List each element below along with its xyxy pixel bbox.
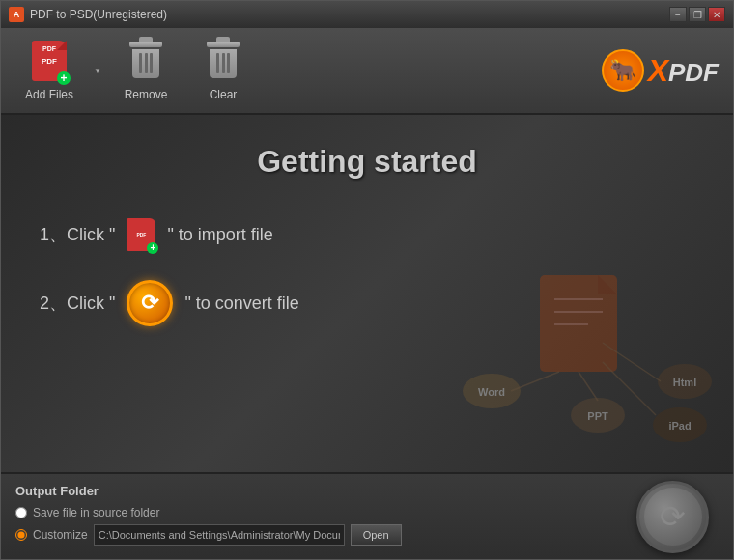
trash-line-1 [139,53,142,73]
step-2-row: 2、Click " ⟳ " to convert file [40,280,299,326]
big-convert-button[interactable]: ⟳ [636,481,709,553]
clear-button[interactable]: Clear [184,35,262,107]
customize-label: Customize [33,528,88,542]
clear-label: Clear [210,88,238,101]
clear-icon-container [204,40,242,82]
pdf-corner [57,41,67,50]
toolbar: PDF Add Files [1,28,733,115]
customize-radio[interactable] [15,529,27,541]
clear-trash-line-1 [216,53,219,73]
step-2-suffix: " to convert file [184,294,298,314]
bull-icon: 🐂 [602,49,644,92]
clear-trash-lines [210,49,237,78]
minimize-button[interactable]: − [669,7,687,22]
window-controls: − ❐ ✕ [669,7,725,22]
save-source-row: Save file in source folder [15,506,636,519]
logo-text: X PDF [648,53,719,89]
add-files-dropdown[interactable] [88,35,107,107]
window-title: PDF to PSD(Unregistered) [30,8,167,21]
step-1-number: 1、Click " [40,223,115,246]
remove-icon-container [127,40,165,82]
title-bar: A PDF to PSD(Unregistered) − ❐ ✕ [1,1,733,28]
svg-line-13 [511,372,559,391]
clear-trash-line-3 [227,53,230,73]
clear-trash-line-2 [222,53,225,73]
svg-marker-1 [598,275,617,294]
step-1-suffix: " to import file [167,225,272,245]
svg-text:Word: Word [478,386,505,398]
clear-trash-icon [207,42,240,80]
svg-point-7 [571,398,625,433]
save-source-radio[interactable] [15,507,27,518]
step-2-number: 2、Click " [40,292,115,315]
svg-point-11 [653,407,707,442]
convert-arrows-symbol: ⟳ [141,291,158,316]
main-content: Word PPT Html iPad Getting started 1、Cli… [1,115,733,472]
clear-trash-lid [207,42,240,47]
svg-text:Html: Html [673,377,696,388]
svg-point-5 [463,374,521,408]
oxpdf-logo: 🐂 X PDF [602,49,719,92]
svg-text:iPad: iPad [668,420,691,432]
remove-button[interactable]: Remove [107,35,184,107]
clear-trash-body [210,49,237,78]
title-bar-left: A PDF to PSD(Unregistered) [9,7,167,22]
trash-body [132,49,159,78]
save-source-label: Save file in source folder [33,506,159,519]
svg-point-9 [658,364,712,399]
trash-line-2 [145,53,148,73]
output-folder-title: Output Folder [15,484,636,498]
logo-x: X [648,53,668,89]
svg-line-14 [579,372,598,401]
add-files-label: Add Files [25,88,73,101]
step-1-row: 1、Click " PDF " to import file [40,218,273,251]
svg-rect-0 [540,275,617,372]
close-button[interactable]: ✕ [708,7,725,22]
getting-started-title: Getting started [40,144,694,180]
app-icon: A [9,7,24,22]
restore-button[interactable]: ❐ [689,7,706,22]
svg-line-16 [603,362,656,415]
step-1-icon: PDF [127,218,155,251]
remove-label: Remove [125,88,168,101]
big-convert-icon: ⟳ [660,498,686,535]
bottom-panel: Output Folder Save file in source folder… [1,472,733,559]
add-files-icon-container: PDF [30,40,69,82]
pdf-add-icon: PDF [32,41,67,81]
logo-pdf-text: PDF [668,58,719,88]
main-window: A PDF to PSD(Unregistered) − ❐ ✕ PDF Add… [0,0,734,560]
converter-illustration: Word PPT Html iPad [463,246,714,459]
trash-line-3 [150,53,153,73]
add-files-button[interactable]: PDF Add Files [11,35,88,107]
path-input[interactable] [94,524,345,546]
convert-icon: ⟳ [127,280,173,326]
open-button[interactable]: Open [351,524,402,546]
svg-line-15 [603,343,661,381]
trash-lines [132,49,159,78]
import-pdf-icon: PDF [127,218,155,251]
step-2-icon: ⟳ [127,280,173,326]
trash-lid [129,42,162,47]
toolbar-buttons: PDF Add Files [11,35,262,107]
customize-row: Customize Open [15,524,636,546]
remove-trash-icon [129,42,162,80]
output-folder-section: Output Folder Save file in source folder… [15,484,636,550]
svg-text:PPT: PPT [587,410,608,422]
background-illustration: Word PPT Html iPad [463,246,714,462]
big-convert-inner: ⟳ [644,488,702,546]
